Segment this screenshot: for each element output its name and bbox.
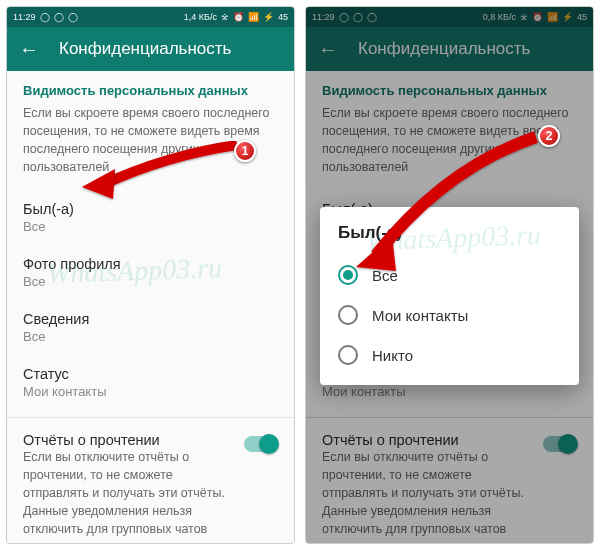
notif-icon: ◯ — [40, 12, 50, 22]
setting-title: Статус — [23, 366, 278, 382]
notif-icon: ◯ — [54, 12, 64, 22]
radio-icon — [338, 305, 358, 325]
radio-icon — [338, 265, 358, 285]
status-bar: 11:29 ◯ ◯ ◯ 1,4 КБ/с ※ ⏰ 📶 ⚡ 45 — [7, 7, 294, 27]
section-heading: Видимость персональных данных — [23, 83, 278, 98]
last-seen-dialog: Был(-а) Все Мои контакты Никто — [320, 207, 579, 385]
back-icon[interactable]: ← — [19, 39, 39, 59]
signal-icon: 📶 — [248, 12, 259, 22]
clock-time: 11:29 — [13, 12, 36, 22]
wifi-icon: ⚡ — [263, 12, 274, 22]
setting-value: Все — [23, 329, 278, 344]
page-title: Конфиденциальность — [59, 39, 231, 59]
setting-value: Мои контакты — [23, 384, 278, 399]
radio-option-nobody[interactable]: Никто — [338, 335, 561, 375]
setting-title: Отчёты о прочтении — [23, 432, 234, 448]
setting-title: Сведения — [23, 311, 278, 327]
callout-marker-2: 2 — [538, 125, 560, 147]
toggle-switch[interactable] — [244, 436, 278, 452]
divider — [7, 417, 294, 418]
alarm-icon: ⏰ — [233, 12, 244, 22]
radio-option-everyone[interactable]: Все — [338, 255, 561, 295]
setting-photo[interactable]: Фото профиля Все — [23, 246, 278, 301]
setting-value: Все — [23, 274, 278, 289]
setting-title: Был(-а) — [23, 201, 278, 217]
setting-last-seen[interactable]: Был(-а) Все — [23, 191, 278, 246]
radio-option-contacts[interactable]: Мои контакты — [338, 295, 561, 335]
net-speed: 1,4 КБ/с — [184, 12, 217, 22]
screenshot-left: 11:29 ◯ ◯ ◯ 1,4 КБ/с ※ ⏰ 📶 ⚡ 45 ← Конфид… — [6, 6, 295, 544]
radio-label: Мои контакты — [372, 307, 468, 324]
dialog-title: Был(-а) — [338, 223, 561, 243]
app-header: ← Конфиденциальность — [7, 27, 294, 71]
screenshot-right: 11:29 ◯ ◯ ◯ 0,8 КБ/с ※ ⏰ 📶 ⚡ 45 ← Конфид… — [305, 6, 594, 544]
setting-status[interactable]: Статус Мои контакты — [23, 356, 278, 411]
battery-icon: 45 — [278, 12, 288, 22]
setting-about[interactable]: Сведения Все — [23, 301, 278, 356]
setting-title: Фото профиля — [23, 256, 278, 272]
radio-label: Все — [372, 267, 398, 284]
setting-description: Если вы отключите отчёты о прочтении, то… — [23, 448, 234, 539]
setting-read-receipts[interactable]: Отчёты о прочтении Если вы отключите отч… — [23, 424, 278, 545]
bluetooth-icon: ※ — [221, 12, 229, 22]
radio-label: Никто — [372, 347, 413, 364]
callout-marker-1: 1 — [234, 140, 256, 162]
radio-icon — [338, 345, 358, 365]
notif-icon: ◯ — [68, 12, 78, 22]
setting-value: Все — [23, 219, 278, 234]
